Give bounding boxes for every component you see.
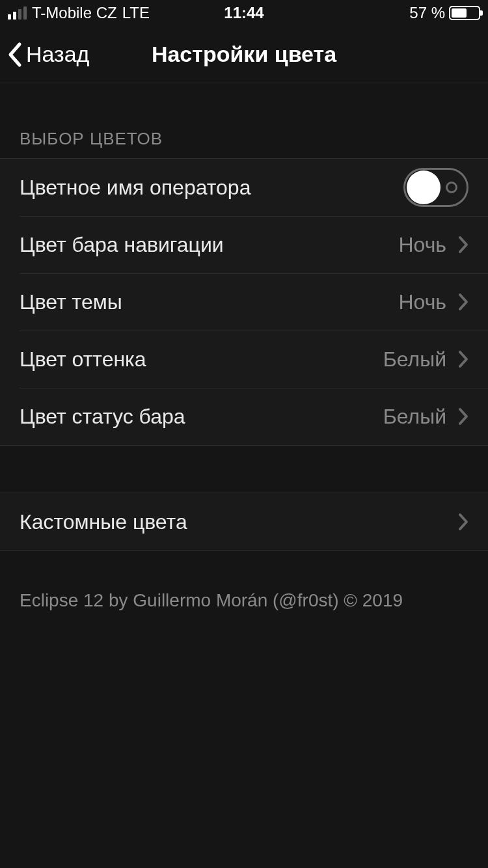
row-label: Цвет темы [20, 290, 122, 314]
chevron-right-icon [458, 350, 468, 368]
row-value: Белый [383, 347, 446, 372]
row-right [458, 513, 468, 531]
row-carrier-color[interactable]: Цветное имя оператора [0, 159, 488, 216]
row-label: Цвет бара навигации [20, 233, 224, 257]
row-status-bar-color[interactable]: Цвет статус бара Белый [0, 388, 488, 445]
battery-icon [449, 6, 480, 20]
settings-group-colors: Цветное имя оператора Цвет бара навигаци… [0, 158, 488, 446]
row-tint-color[interactable]: Цвет оттенка Белый [0, 331, 488, 388]
row-right: Ночь [398, 290, 468, 314]
carrier-color-toggle[interactable] [403, 168, 468, 207]
group-gap [0, 446, 488, 493]
nav-bar: Назад Настройки цвета [0, 26, 488, 83]
row-right: Белый [383, 405, 468, 429]
chevron-right-icon [458, 293, 468, 311]
row-label: Цвет статус бара [20, 405, 185, 429]
chevron-right-icon [458, 513, 468, 531]
section-header: ВЫБОР ЦВЕТОВ [0, 83, 488, 158]
battery-percent: 57 % [409, 4, 445, 22]
toggle-off-indicator-icon [446, 182, 457, 193]
row-right: Белый [383, 347, 468, 372]
row-right: Ночь [398, 233, 468, 257]
row-value: Ночь [398, 290, 446, 314]
network-label: LTE [122, 4, 150, 22]
row-label: Кастомные цвета [20, 510, 187, 534]
settings-group-custom: Кастомные цвета [0, 493, 488, 551]
back-label: Назад [26, 42, 89, 67]
row-custom-colors[interactable]: Кастомные цвета [0, 493, 488, 550]
row-label: Цвет оттенка [20, 347, 146, 372]
status-time: 11:44 [224, 4, 264, 22]
page-title: Настройки цвета [152, 42, 336, 67]
status-left: T-Mobile CZ LTE [8, 4, 150, 22]
row-nav-bar-color[interactable]: Цвет бара навигации Ночь [0, 216, 488, 273]
chevron-right-icon [458, 236, 468, 254]
row-value: Ночь [398, 233, 446, 257]
back-button[interactable]: Назад [0, 42, 89, 68]
row-theme-color[interactable]: Цвет темы Ночь [0, 273, 488, 331]
row-value: Белый [383, 405, 446, 429]
status-right: 57 % [409, 4, 480, 22]
footer-credit: Eclipse 12 by Guillermo Morán (@fr0st) ©… [0, 551, 488, 650]
carrier-label: T-Mobile CZ [32, 4, 117, 22]
chevron-right-icon [458, 407, 468, 426]
chevron-left-icon [7, 42, 22, 68]
signal-icon [8, 7, 27, 20]
toggle-knob [407, 170, 441, 204]
row-label: Цветное имя оператора [20, 176, 251, 200]
status-bar: T-Mobile CZ LTE 11:44 57 % [0, 0, 488, 26]
